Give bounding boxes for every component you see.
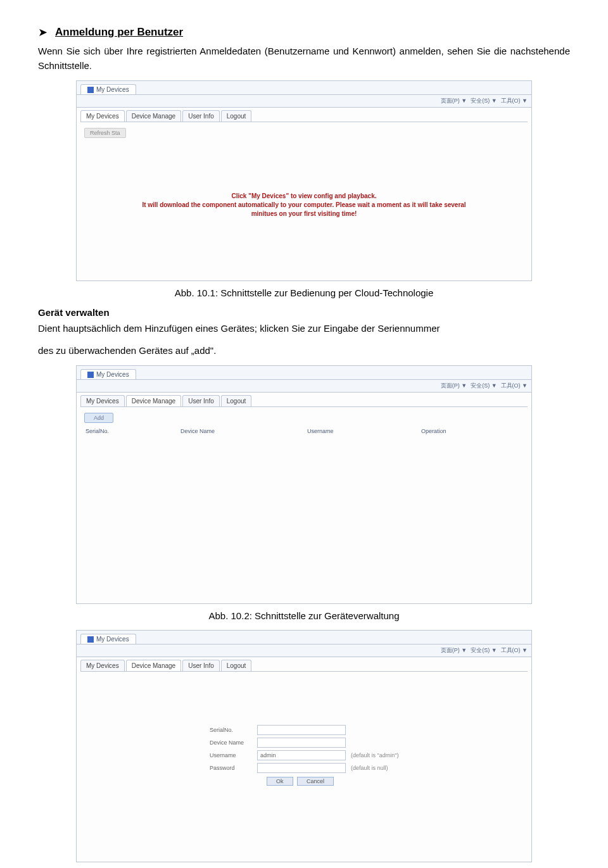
favicon-icon [87, 372, 94, 378]
input-name[interactable] [257, 738, 346, 748]
tab-user-info[interactable]: User Info [182, 110, 220, 122]
input-pass[interactable] [257, 763, 346, 773]
screenshot-add-device: My Devices 页面(P) ▼ 安全(S) ▼ 工具(O) ▼ My De… [76, 630, 532, 862]
section-heading-row: ➤ Anmeldung per Benutzer [38, 25, 570, 39]
content-area: Add SerialNo. Device Name Username Opera… [77, 407, 531, 603]
app-nav-tabs: My Devices Device Manage User Info Logou… [77, 393, 531, 406]
input-user[interactable]: admin [257, 750, 346, 760]
tab-device-manage[interactable]: Device Manage [126, 395, 181, 406]
browser-tabbar: My Devices [77, 81, 531, 95]
browser-toolbar: 页面(P) ▼ 安全(S) ▼ 工具(O) ▼ [77, 645, 531, 657]
input-serial[interactable] [257, 725, 346, 735]
figure-caption-1: Abb. 10.1: Schnittstelle zur Bedienung p… [38, 287, 570, 298]
favicon-icon [87, 87, 94, 93]
row-pass: Password (default is null) [210, 763, 398, 773]
form-buttons: Ok Cancel [267, 777, 398, 786]
section-heading: Anmeldung per Benutzer [55, 26, 183, 39]
tab-user-info[interactable]: User Info [182, 395, 220, 406]
tab-device-manage[interactable]: Device Manage [126, 660, 181, 671]
row-name: Device Name [210, 738, 398, 748]
tab-my-devices[interactable]: My Devices [80, 660, 125, 671]
browser-tab[interactable]: My Devices [80, 369, 136, 379]
browser-toolbar: 页面(P) ▼ 安全(S) ▼ 工具(O) ▼ [77, 380, 531, 393]
paragraph-2b: des zu überwachenden Gerätes auf „add". [38, 344, 570, 358]
toolbar-item[interactable]: 工具(O) ▼ [501, 97, 528, 105]
ok-button[interactable]: Ok [267, 777, 293, 786]
toolbar-item[interactable]: 安全(S) ▼ [471, 646, 497, 655]
download-message: Click "My Devices" to view config and pl… [134, 192, 474, 218]
subheading: Gerät verwalten [38, 307, 570, 318]
row-serial: SerialNo. [210, 725, 398, 735]
favicon-icon [87, 636, 94, 643]
tab-logout[interactable]: Logout [221, 660, 252, 671]
hint-user: (default is "admin") [351, 752, 398, 758]
tab-my-devices[interactable]: My Devices [80, 395, 125, 406]
row-user: Username admin (default is "admin") [210, 750, 398, 760]
toolbar-item[interactable]: 工具(O) ▼ [501, 382, 528, 390]
app-nav-tabs: My Devices Device Manage User Info Logou… [77, 657, 531, 671]
col-user: Username [307, 428, 421, 434]
col-operation: Operation [421, 428, 522, 434]
browser-tab-title: My Devices [96, 86, 129, 93]
browser-tab-title: My Devices [96, 636, 129, 643]
browser-tab[interactable]: My Devices [80, 634, 136, 644]
label-pass: Password [210, 765, 257, 771]
content-area: Refresh Sta Click "My Devices" to view c… [77, 122, 531, 280]
hint-pass: (default is null) [351, 765, 388, 771]
col-serial: SerialNo. [86, 428, 180, 434]
browser-tab[interactable]: My Devices [80, 84, 136, 94]
figure-caption-2: Abb. 10.2: Schnittstelle zur Geräteverwa… [38, 610, 570, 621]
toolbar-item[interactable]: 安全(S) ▼ [471, 382, 497, 390]
bullet-arrow-icon: ➤ [38, 25, 48, 39]
screenshot-device-manage: My Devices 页面(P) ▼ 安全(S) ▼ 工具(O) ▼ My De… [76, 365, 532, 604]
toolbar-item[interactable]: 页面(P) ▼ [441, 382, 467, 390]
toolbar-item[interactable]: 页面(P) ▼ [441, 97, 467, 105]
add-button[interactable]: Add [84, 413, 113, 423]
label-name: Device Name [210, 739, 257, 746]
col-name: Device Name [180, 428, 307, 434]
add-device-form: SerialNo. Device Name Username admin (de… [210, 722, 398, 786]
browser-tabbar: My Devices [77, 366, 531, 380]
label-user: Username [210, 752, 257, 758]
cancel-button[interactable]: Cancel [297, 777, 334, 786]
intro-paragraph: Wenn Sie sich über Ihre registrierten An… [38, 44, 570, 73]
tab-logout[interactable]: Logout [221, 110, 252, 122]
tab-logout[interactable]: Logout [221, 395, 252, 406]
browser-tabbar: My Devices [77, 631, 531, 645]
tab-my-devices[interactable]: My Devices [80, 110, 125, 122]
toolbar-item[interactable]: 页面(P) ▼ [441, 646, 467, 655]
label-serial: SerialNo. [210, 727, 257, 733]
content-area: SerialNo. Device Name Username admin (de… [77, 672, 531, 862]
paragraph-2a: Dient hauptsächlich dem Hinzufügen eines… [38, 322, 570, 336]
browser-tab-title: My Devices [96, 371, 129, 378]
screenshot-my-devices: My Devices 页面(P) ▼ 安全(S) ▼ 工具(O) ▼ My De… [76, 80, 532, 281]
toolbar-item[interactable]: 工具(O) ▼ [501, 646, 528, 655]
browser-toolbar: 页面(P) ▼ 安全(S) ▼ 工具(O) ▼ [77, 95, 531, 108]
app-nav-tabs: My Devices Device Manage User Info Logou… [77, 108, 531, 122]
refresh-button[interactable]: Refresh Sta [84, 128, 126, 138]
toolbar-item[interactable]: 安全(S) ▼ [471, 97, 497, 105]
tab-device-manage[interactable]: Device Manage [126, 110, 181, 122]
table-header: SerialNo. Device Name Username Operation [80, 427, 528, 436]
tab-user-info[interactable]: User Info [182, 660, 220, 671]
